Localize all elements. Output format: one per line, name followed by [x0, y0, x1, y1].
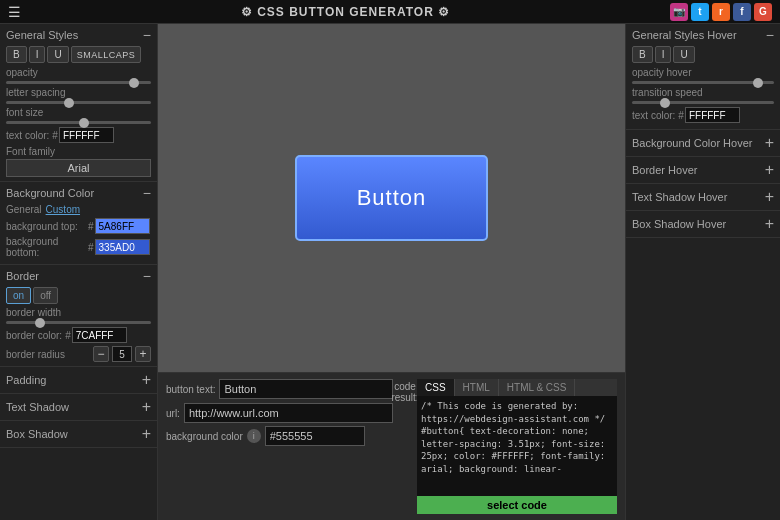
transition-speed-label: transition speed: [632, 87, 774, 98]
background-color-title: Background Color: [6, 187, 94, 199]
box-shadow-section[interactable]: Box Shadow +: [0, 421, 157, 448]
code-content: /* This code is generated by: https://we…: [417, 396, 617, 496]
border-off-button[interactable]: off: [33, 287, 58, 304]
text-shadow-hover-title: Text Shadow Hover: [632, 191, 727, 203]
topbar: ☰ ⚙ CSS BUTTON GENERATOR ⚙ 📷 t r f G: [0, 0, 780, 24]
letter-spacing-slider[interactable]: [6, 101, 151, 104]
padding-title: Padding: [6, 374, 46, 386]
border-hover-section[interactable]: Border Hover +: [626, 157, 780, 184]
bg-general-label: General: [6, 204, 42, 215]
select-code-button[interactable]: select code: [417, 496, 617, 514]
border-width-label: border width: [6, 307, 151, 318]
left-panel: General Styles − B I U SMALLCAPS opacity…: [0, 24, 158, 520]
text-color-input[interactable]: [59, 127, 114, 143]
facebook-icon[interactable]: f: [733, 3, 751, 21]
border-on-button[interactable]: on: [6, 287, 31, 304]
border-section: Border − on off border width border colo…: [0, 265, 157, 367]
border-radius-minus-button[interactable]: −: [93, 346, 109, 362]
transition-speed-slider[interactable]: [632, 101, 774, 104]
hover-underline-button[interactable]: U: [673, 46, 694, 63]
bg-top-label: background top:: [6, 221, 88, 232]
bg-bottom-input[interactable]: [95, 239, 150, 255]
rss-icon[interactable]: r: [712, 3, 730, 21]
text-style-buttons: B I U SMALLCAPS: [6, 46, 151, 63]
box-shadow-hover-expand-icon[interactable]: +: [765, 216, 774, 232]
smallcaps-button[interactable]: SMALLCAPS: [71, 46, 142, 63]
text-shadow-hover-expand-icon[interactable]: +: [765, 189, 774, 205]
opacity-hover-slider[interactable]: [632, 81, 774, 84]
right-panel: General Styles Hover − B I U opacity hov…: [625, 24, 780, 520]
padding-expand-icon[interactable]: +: [142, 372, 151, 388]
padding-section[interactable]: Padding +: [0, 367, 157, 394]
preview-button[interactable]: Button: [295, 155, 489, 241]
border-hover-expand-icon[interactable]: +: [765, 162, 774, 178]
center-panel: Button button text: url: background colo…: [158, 24, 625, 520]
general-styles-section: General Styles − B I U SMALLCAPS opacity…: [0, 24, 157, 182]
bg-color-form-row: background color i: [166, 426, 393, 446]
url-input[interactable]: [184, 403, 393, 423]
google-icon[interactable]: G: [754, 3, 772, 21]
background-color-collapse[interactable]: −: [143, 186, 151, 200]
border-radius-input[interactable]: [112, 346, 132, 362]
tab-css[interactable]: CSS: [417, 379, 455, 396]
border-color-input[interactable]: [72, 327, 127, 343]
box-shadow-hover-title: Box Shadow Hover: [632, 218, 726, 230]
bg-top-row: background top: #: [6, 218, 151, 234]
hover-text-color-label: text color:: [632, 110, 675, 121]
text-shadow-section[interactable]: Text Shadow +: [0, 394, 157, 421]
general-styles-collapse[interactable]: −: [143, 28, 151, 42]
border-radius-plus-button[interactable]: +: [135, 346, 151, 362]
info-icon[interactable]: i: [247, 429, 261, 443]
bg-color-hover-section[interactable]: Background Color Hover +: [626, 130, 780, 157]
bg-color-form-label: background color: [166, 431, 243, 442]
text-shadow-title: Text Shadow: [6, 401, 69, 413]
bottom-form: button text: url: background color i cod…: [158, 372, 625, 520]
bg-top-input[interactable]: [95, 218, 150, 234]
hover-italic-button[interactable]: I: [655, 46, 672, 63]
hover-text-color-input[interactable]: [685, 107, 740, 123]
opacity-slider[interactable]: [6, 81, 151, 84]
border-on-off: on off: [6, 287, 151, 304]
opacity-hover-label: opacity hover: [632, 67, 774, 78]
italic-button[interactable]: I: [29, 46, 46, 63]
border-color-row: border color: #: [6, 327, 151, 343]
bg-custom-link[interactable]: Custom: [46, 204, 80, 215]
border-header: Border −: [6, 269, 151, 283]
bg-color-form-input[interactable]: [265, 426, 365, 446]
text-color-row: text color: #: [6, 127, 151, 143]
border-collapse[interactable]: −: [143, 269, 151, 283]
background-color-section: Background Color − General Custom backgr…: [0, 182, 157, 265]
bg-color-hover-expand-icon[interactable]: +: [765, 135, 774, 151]
tab-html[interactable]: HTML: [455, 379, 499, 396]
button-text-label: button text:: [166, 384, 215, 395]
text-shadow-expand-icon[interactable]: +: [142, 399, 151, 415]
instagram-icon[interactable]: 📷: [670, 3, 688, 21]
button-text-input[interactable]: [219, 379, 393, 399]
code-tabs: CSS HTML HTML & CSS: [417, 379, 617, 396]
bold-button[interactable]: B: [6, 46, 27, 63]
text-shadow-hover-section[interactable]: Text Shadow Hover +: [626, 184, 780, 211]
tab-html-css[interactable]: HTML & CSS: [499, 379, 576, 396]
general-styles-hover-header: General Styles Hover −: [632, 28, 774, 42]
letter-spacing-label: letter spacing: [6, 87, 151, 98]
font-size-slider[interactable]: [6, 121, 151, 124]
box-shadow-title: Box Shadow: [6, 428, 68, 440]
underline-button[interactable]: U: [47, 46, 68, 63]
twitter-icon[interactable]: t: [691, 3, 709, 21]
border-hover-title: Border Hover: [632, 164, 697, 176]
border-radius-row: border radius − +: [6, 346, 151, 362]
hamburger-icon[interactable]: ☰: [8, 4, 21, 20]
general-styles-hover-section: General Styles Hover − B I U opacity hov…: [626, 24, 780, 130]
text-color-label: text color:: [6, 130, 49, 141]
main-layout: General Styles − B I U SMALLCAPS opacity…: [0, 24, 780, 520]
general-styles-hover-collapse[interactable]: −: [766, 28, 774, 42]
bg-color-hover-title: Background Color Hover: [632, 137, 752, 149]
hover-text-style-buttons: B I U: [632, 46, 774, 63]
box-shadow-expand-icon[interactable]: +: [142, 426, 151, 442]
hover-bold-button[interactable]: B: [632, 46, 653, 63]
box-shadow-hover-section[interactable]: Box Shadow Hover +: [626, 211, 780, 238]
bg-general-row: General Custom: [6, 204, 151, 215]
font-family-value[interactable]: Arial: [6, 159, 151, 177]
border-width-slider[interactable]: [6, 321, 151, 324]
opacity-label: opacity: [6, 67, 151, 78]
